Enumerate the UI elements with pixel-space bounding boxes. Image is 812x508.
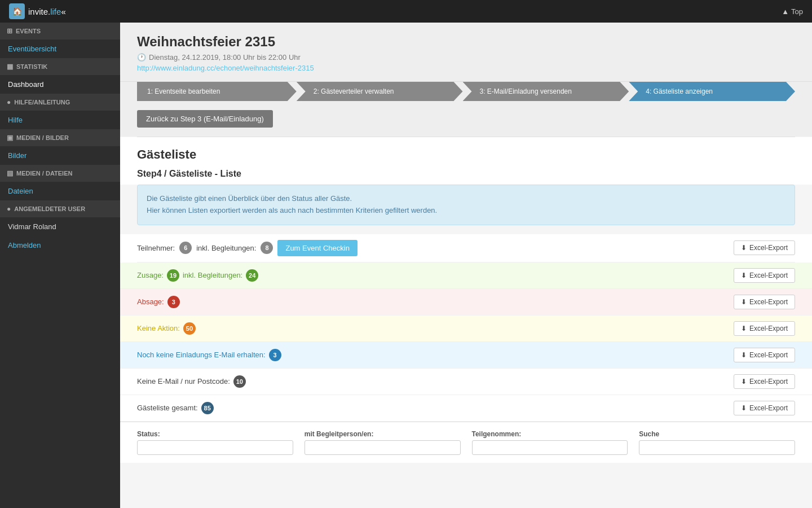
teilnehmer-count-badge: 6: [179, 242, 192, 254]
excel-icon-no-mail-postcode: ⬇: [741, 378, 747, 386]
zusage-extra-badge: 24: [246, 269, 258, 282]
excel-btn-keine-aktion[interactable]: ⬇ Excel-Export: [734, 321, 795, 336]
sidebar-item-dateien[interactable]: Dateien: [0, 182, 120, 200]
excel-btn-no-mail-postcode[interactable]: ⬇ Excel-Export: [734, 374, 795, 389]
filter-begleit-label: mit Begleitperson/en:: [304, 430, 461, 438]
event-header: Weihnachtsfeier 2315 🕐 Dienstag, 24.12.2…: [120, 23, 812, 82]
sidebar-item-eventubersicht[interactable]: Eventübersicht: [0, 40, 120, 58]
gesamt-count-badge: 85: [201, 402, 214, 414]
logo-text: invite.life«: [28, 7, 66, 16]
event-title: Weihnachtsfeier 2315: [137, 34, 795, 50]
keine-aktion-label: Keine Aktion:: [137, 324, 180, 332]
filter-suche-label: Suche: [639, 430, 795, 438]
sidebar-item-dashboard[interactable]: Dashboard: [0, 75, 120, 94]
excel-icon-keine-aktion: ⬇: [741, 325, 747, 332]
excel-btn-absage[interactable]: ⬇ Excel-Export: [734, 295, 795, 309]
top-arrow-icon: ▲: [782, 7, 789, 16]
sidebar-item-abmelden[interactable]: Abmelden: [0, 236, 120, 255]
zusage-count-badge: 19: [167, 269, 179, 282]
no-email-count-badge: 3: [269, 349, 281, 361]
step-2[interactable]: 2: Gästeverteiler verwalten: [297, 82, 463, 101]
checkin-button[interactable]: Zum Event Checkin: [277, 240, 357, 256]
zusage-label: Zusage:: [137, 271, 164, 279]
excel-btn-zusage[interactable]: ⬇ Excel-Export: [734, 268, 795, 283]
top-link[interactable]: ▲ Top: [782, 7, 803, 16]
step-4[interactable]: 4: Gästeliste anzeigen: [629, 82, 795, 101]
sidebar-section-events: ⊞ EVENTS: [0, 23, 120, 40]
absage-info: Absage: 3: [137, 296, 180, 308]
zusage-extra-label: inkl. Begleitungen:: [183, 271, 242, 279]
page-title: Gästeliste: [120, 137, 812, 169]
statistik-icon: ▦: [7, 63, 13, 71]
topbar: 🏠 invite.life« ▲ Top: [0, 0, 812, 23]
filter-suche-group: Suche: [639, 430, 795, 455]
sidebar-section-hilfe: ● HILFE/ANLEITUNG: [0, 94, 120, 111]
step-4-label: 4: Gästeliste anzeigen: [646, 87, 713, 95]
zusage-row: Zusage: 19 inkl. Begleitungen: 24 ⬇ Exce…: [120, 262, 812, 289]
excel-icon-teilnehmer: ⬇: [741, 244, 747, 252]
step-3[interactable]: 3: E-Mail/Einladung versenden: [463, 82, 629, 101]
zusage-info: Zusage: 19 inkl. Begleitungen: 24: [137, 269, 258, 282]
filter-status-label: Status:: [137, 430, 293, 438]
keine-aktion-row: Keine Aktion: 50 ⬇ Excel-Export: [120, 316, 812, 342]
event-meta: 🕐 Dienstag, 24.12.2019, 18:00 Uhr bis 22…: [137, 53, 795, 62]
teilnehmer-label: Teilnehmer:: [137, 244, 175, 252]
events-icon: ⊞: [7, 27, 12, 35]
logo: 🏠 invite.life«: [9, 3, 66, 19]
step-2-label: 2: Gästeverteiler verwalten: [314, 87, 394, 95]
filter-begleit-input[interactable]: [304, 440, 461, 455]
no-mail-postcode-info: Keine E-Mail / nur Postcode: 10: [137, 375, 246, 388]
excel-btn-teilnehmer[interactable]: ⬇ Excel-Export: [734, 240, 795, 255]
filter-begleit-group: mit Begleitperson/en:: [304, 430, 461, 455]
keine-aktion-count-badge: 50: [183, 322, 196, 335]
gesamt-label: Gästeliste gesamt:: [137, 404, 198, 412]
step-1[interactable]: 1: Eventseite bearbeiten: [137, 82, 297, 101]
sidebar-section-statistik: ▦ STATISTIK: [0, 58, 120, 75]
excel-btn-gesamt[interactable]: ⬇ Excel-Export: [734, 401, 795, 415]
excel-icon-zusage: ⬇: [741, 271, 747, 279]
gesamt-info: Gästeliste gesamt: 85: [137, 402, 214, 414]
sidebar-item-bilder[interactable]: Bilder: [0, 146, 120, 165]
no-email-info: Noch keine Einladungs E-Mail erhalten: 3: [137, 349, 281, 361]
no-email-label: Noch keine Einladungs E-Mail erhalten:: [137, 351, 266, 359]
filter-status-group: Status:: [137, 430, 293, 455]
sidebar-section-medien-dateien: ▤ MEDIEN / DATEIEN: [0, 165, 120, 182]
stats-area: Teilnehmer: 6 inkl. Begleitungen: 8 Zum …: [120, 234, 812, 422]
excel-icon-gesamt: ⬇: [741, 404, 747, 412]
step-3-label: 3: E-Mail/Einladung versenden: [480, 87, 572, 95]
medien-bilder-icon: ▣: [7, 134, 13, 142]
filter-teilgenommen-input[interactable]: [472, 440, 628, 455]
gesamt-row: Gästeliste gesamt: 85 ⬇ Excel-Export: [120, 395, 812, 422]
back-button[interactable]: Zurück zu Step 3 (E-Mail/Einladung): [137, 110, 273, 128]
no-mail-postcode-label: Keine E-Mail / nur Postcode:: [137, 377, 230, 386]
event-date: Dienstag, 24.12.2019, 18:00 Uhr bis 22:0…: [149, 53, 301, 62]
steps-bar: 1: Eventseite bearbeiten 2: Gästeverteil…: [120, 82, 812, 110]
absage-count-badge: 3: [167, 296, 180, 308]
layout: ⊞ EVENTS Eventübersicht ▦ STATISTIK Dash…: [0, 23, 812, 508]
teilnehmer-info: Teilnehmer: 6 inkl. Begleitungen: 8 Zum …: [137, 240, 358, 256]
info-box: Die Gästeliste gibt einen Überblick über…: [137, 185, 795, 225]
sidebar-item-hilfe[interactable]: Hilfe: [0, 111, 120, 129]
user-icon: ●: [7, 205, 11, 213]
medien-dateien-icon: ▤: [7, 169, 13, 177]
no-mail-postcode-count-badge: 10: [233, 375, 246, 388]
step-1-label: 1: Eventseite bearbeiten: [147, 87, 220, 95]
logo-highlight: life: [50, 7, 61, 16]
teilnehmer-row: Teilnehmer: 6 inkl. Begleitungen: 8 Zum …: [137, 234, 795, 262]
filter-status-input[interactable]: [137, 440, 293, 455]
absage-row: Absage: 3 ⬇ Excel-Export: [120, 289, 812, 316]
inkl-beg-count-badge: 8: [261, 242, 273, 254]
keine-aktion-info: Keine Aktion: 50: [137, 322, 196, 335]
event-link[interactable]: http://www.einladung.cc/echonet/weihnach…: [137, 64, 314, 72]
excel-btn-no-email[interactable]: ⬇ Excel-Export: [734, 348, 795, 362]
sidebar-section-user: ● ANGEMELDETER USER: [0, 200, 120, 217]
filter-suche-input[interactable]: [639, 440, 795, 455]
info-line-2: Hier können Listen exportiert werden als…: [147, 205, 785, 217]
excel-icon-no-email: ⬇: [741, 351, 747, 359]
sub-title: Step4 / Gästeliste - Liste: [120, 169, 812, 185]
absage-label: Absage:: [137, 297, 164, 306]
back-btn-area: Zurück zu Step 3 (E-Mail/Einladung): [120, 110, 812, 137]
clock-icon: 🕐: [137, 53, 146, 62]
sidebar-section-medien-bilder: ▣ MEDIEN / BILDER: [0, 129, 120, 146]
top-label: Top: [791, 7, 803, 16]
